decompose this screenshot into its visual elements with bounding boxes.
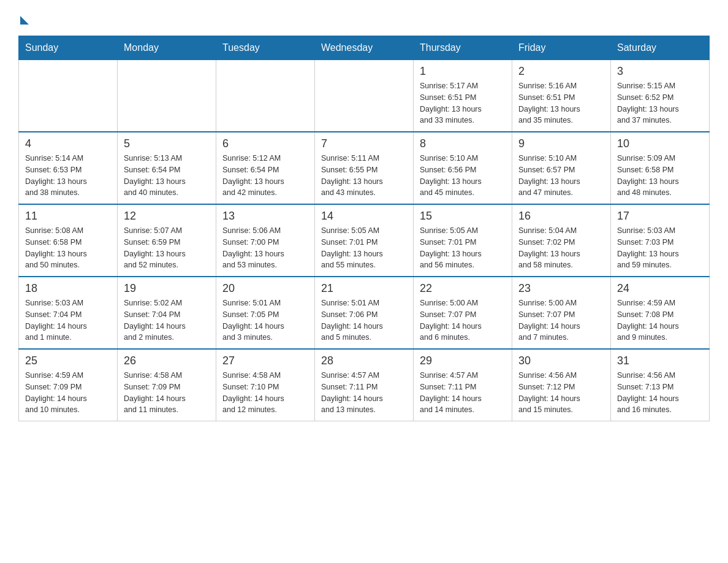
calendar-cell: 15Sunrise: 5:05 AMSunset: 7:01 PMDayligh…	[414, 204, 512, 277]
day-number: 10	[617, 137, 703, 150]
day-number: 15	[420, 210, 506, 223]
day-number: 5	[124, 137, 210, 150]
calendar-cell: 19Sunrise: 5:02 AMSunset: 7:04 PMDayligh…	[118, 277, 216, 349]
day-info: Sunrise: 5:01 AMSunset: 7:06 PMDaylight:…	[321, 297, 407, 343]
day-info: Sunrise: 5:00 AMSunset: 7:07 PMDaylight:…	[420, 297, 506, 343]
day-info: Sunrise: 5:17 AMSunset: 6:51 PMDaylight:…	[420, 80, 506, 126]
calendar-cell: 8Sunrise: 5:10 AMSunset: 6:56 PMDaylight…	[414, 132, 512, 204]
weekday-header-wednesday: Wednesday	[315, 36, 414, 60]
calendar-cell: 29Sunrise: 4:57 AMSunset: 7:11 PMDayligh…	[414, 349, 512, 421]
calendar-week-row: 18Sunrise: 5:03 AMSunset: 7:04 PMDayligh…	[19, 277, 710, 349]
calendar-cell: 25Sunrise: 4:59 AMSunset: 7:09 PMDayligh…	[19, 349, 118, 421]
calendar-table: SundayMondayTuesdayWednesdayThursdayFrid…	[18, 36, 710, 421]
calendar-cell: 23Sunrise: 5:00 AMSunset: 7:07 PMDayligh…	[512, 277, 611, 349]
page-header	[18, 12, 710, 25]
calendar-cell: 13Sunrise: 5:06 AMSunset: 7:00 PMDayligh…	[216, 204, 315, 277]
day-info: Sunrise: 4:57 AMSunset: 7:11 PMDaylight:…	[420, 370, 506, 416]
calendar-header-row: SundayMondayTuesdayWednesdayThursdayFrid…	[19, 36, 710, 60]
day-number: 30	[518, 354, 604, 367]
day-number: 16	[518, 210, 604, 223]
calendar-cell: 28Sunrise: 4:57 AMSunset: 7:11 PMDayligh…	[315, 349, 414, 421]
day-info: Sunrise: 5:13 AMSunset: 6:54 PMDaylight:…	[124, 153, 210, 199]
day-number: 8	[420, 137, 506, 150]
calendar-cell: 2Sunrise: 5:16 AMSunset: 6:51 PMDaylight…	[512, 60, 611, 132]
day-number: 22	[420, 282, 506, 295]
calendar-cell: 27Sunrise: 4:58 AMSunset: 7:10 PMDayligh…	[216, 349, 315, 421]
day-info: Sunrise: 5:15 AMSunset: 6:52 PMDaylight:…	[617, 80, 703, 126]
calendar-cell: 24Sunrise: 4:59 AMSunset: 7:08 PMDayligh…	[611, 277, 710, 349]
calendar-cell: 12Sunrise: 5:07 AMSunset: 6:59 PMDayligh…	[118, 204, 216, 277]
weekday-header-monday: Monday	[118, 36, 216, 60]
day-number: 2	[518, 65, 604, 78]
day-number: 19	[124, 282, 210, 295]
calendar-cell: 4Sunrise: 5:14 AMSunset: 6:53 PMDaylight…	[19, 132, 118, 204]
day-number: 11	[25, 210, 111, 223]
day-number: 3	[617, 65, 703, 78]
day-info: Sunrise: 5:01 AMSunset: 7:05 PMDaylight:…	[222, 297, 308, 343]
day-info: Sunrise: 4:56 AMSunset: 7:13 PMDaylight:…	[617, 370, 703, 416]
day-number: 26	[124, 354, 210, 367]
day-number: 9	[518, 137, 604, 150]
calendar-cell	[118, 60, 216, 132]
calendar-cell	[315, 60, 414, 132]
logo-triangle-icon	[20, 16, 29, 25]
day-number: 31	[617, 354, 703, 367]
day-info: Sunrise: 5:05 AMSunset: 7:01 PMDaylight:…	[321, 225, 407, 271]
calendar-cell: 30Sunrise: 4:56 AMSunset: 7:12 PMDayligh…	[512, 349, 611, 421]
day-number: 24	[617, 282, 703, 295]
calendar-cell: 20Sunrise: 5:01 AMSunset: 7:05 PMDayligh…	[216, 277, 315, 349]
day-info: Sunrise: 5:00 AMSunset: 7:07 PMDaylight:…	[518, 297, 604, 343]
calendar-cell: 3Sunrise: 5:15 AMSunset: 6:52 PMDaylight…	[611, 60, 710, 132]
calendar-cell: 9Sunrise: 5:10 AMSunset: 6:57 PMDaylight…	[512, 132, 611, 204]
calendar-week-row: 25Sunrise: 4:59 AMSunset: 7:09 PMDayligh…	[19, 349, 710, 421]
day-info: Sunrise: 4:58 AMSunset: 7:09 PMDaylight:…	[124, 370, 210, 416]
day-info: Sunrise: 5:02 AMSunset: 7:04 PMDaylight:…	[124, 297, 210, 343]
day-info: Sunrise: 4:59 AMSunset: 7:08 PMDaylight:…	[617, 297, 703, 343]
day-number: 12	[124, 210, 210, 223]
weekday-header-friday: Friday	[512, 36, 611, 60]
day-number: 18	[25, 282, 111, 295]
weekday-header-saturday: Saturday	[611, 36, 710, 60]
day-number: 25	[25, 354, 111, 367]
day-info: Sunrise: 5:03 AMSunset: 7:04 PMDaylight:…	[25, 297, 111, 343]
day-number: 29	[420, 354, 506, 367]
calendar-week-row: 11Sunrise: 5:08 AMSunset: 6:58 PMDayligh…	[19, 204, 710, 277]
day-number: 6	[222, 137, 308, 150]
day-info: Sunrise: 5:06 AMSunset: 7:00 PMDaylight:…	[222, 225, 308, 271]
day-number: 14	[321, 210, 407, 223]
logo	[18, 12, 30, 25]
calendar-cell	[216, 60, 315, 132]
day-number: 1	[420, 65, 506, 78]
calendar-cell	[19, 60, 118, 132]
calendar-week-row: 4Sunrise: 5:14 AMSunset: 6:53 PMDaylight…	[19, 132, 710, 204]
day-info: Sunrise: 4:58 AMSunset: 7:10 PMDaylight:…	[222, 370, 308, 416]
day-info: Sunrise: 5:07 AMSunset: 6:59 PMDaylight:…	[124, 225, 210, 271]
calendar-week-row: 1Sunrise: 5:17 AMSunset: 6:51 PMDaylight…	[19, 60, 710, 132]
day-number: 4	[25, 137, 111, 150]
calendar-cell: 10Sunrise: 5:09 AMSunset: 6:58 PMDayligh…	[611, 132, 710, 204]
calendar-cell: 22Sunrise: 5:00 AMSunset: 7:07 PMDayligh…	[414, 277, 512, 349]
calendar-cell: 11Sunrise: 5:08 AMSunset: 6:58 PMDayligh…	[19, 204, 118, 277]
weekday-header-thursday: Thursday	[414, 36, 512, 60]
day-info: Sunrise: 5:08 AMSunset: 6:58 PMDaylight:…	[25, 225, 111, 271]
day-number: 27	[222, 354, 308, 367]
day-info: Sunrise: 5:04 AMSunset: 7:02 PMDaylight:…	[518, 225, 604, 271]
day-number: 17	[617, 210, 703, 223]
calendar-cell: 7Sunrise: 5:11 AMSunset: 6:55 PMDaylight…	[315, 132, 414, 204]
day-info: Sunrise: 5:05 AMSunset: 7:01 PMDaylight:…	[420, 225, 506, 271]
weekday-header-sunday: Sunday	[19, 36, 118, 60]
day-number: 7	[321, 137, 407, 150]
calendar-cell: 1Sunrise: 5:17 AMSunset: 6:51 PMDaylight…	[414, 60, 512, 132]
calendar-cell: 21Sunrise: 5:01 AMSunset: 7:06 PMDayligh…	[315, 277, 414, 349]
day-info: Sunrise: 5:16 AMSunset: 6:51 PMDaylight:…	[518, 80, 604, 126]
day-info: Sunrise: 4:56 AMSunset: 7:12 PMDaylight:…	[518, 370, 604, 416]
day-info: Sunrise: 5:14 AMSunset: 6:53 PMDaylight:…	[25, 153, 111, 199]
day-number: 21	[321, 282, 407, 295]
day-info: Sunrise: 5:12 AMSunset: 6:54 PMDaylight:…	[222, 153, 308, 199]
day-info: Sunrise: 5:09 AMSunset: 6:58 PMDaylight:…	[617, 153, 703, 199]
calendar-cell: 14Sunrise: 5:05 AMSunset: 7:01 PMDayligh…	[315, 204, 414, 277]
day-info: Sunrise: 4:59 AMSunset: 7:09 PMDaylight:…	[25, 370, 111, 416]
day-info: Sunrise: 5:10 AMSunset: 6:56 PMDaylight:…	[420, 153, 506, 199]
day-info: Sunrise: 5:03 AMSunset: 7:03 PMDaylight:…	[617, 225, 703, 271]
calendar-cell: 17Sunrise: 5:03 AMSunset: 7:03 PMDayligh…	[611, 204, 710, 277]
